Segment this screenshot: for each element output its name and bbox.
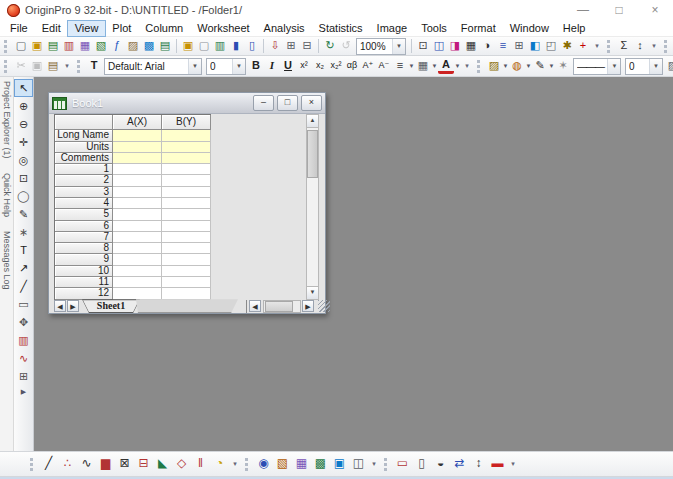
contour-plot-button[interactable]: ▩ (311, 455, 330, 473)
book-minimize-button[interactable]: – (253, 95, 274, 111)
row-header-5[interactable]: 5 (55, 209, 113, 220)
worksheet-cell[interactable] (162, 198, 211, 209)
row-header-4[interactable]: 4 (55, 198, 113, 209)
worksheet-cell[interactable] (113, 130, 162, 141)
scroll-up-button[interactable]: ▲ (307, 115, 318, 128)
script-window-button[interactable]: ▦ (463, 38, 479, 54)
insert-graph-button[interactable]: ▥ (15, 332, 32, 348)
greek-button[interactable]: αβ (344, 58, 360, 74)
corner-header-cell[interactable] (55, 115, 113, 130)
paste-button[interactable]: ▤ (45, 58, 61, 74)
menu-item-edit[interactable]: Edit (35, 21, 68, 36)
italic-button[interactable]: I (264, 58, 280, 74)
box-chart-button[interactable]: ⊟ (134, 455, 153, 473)
vertical-scrollbar[interactable]: ▲ ▼ (306, 114, 319, 300)
row-header-9[interactable]: 9 (55, 254, 113, 265)
row-header-7[interactable]: 7 (55, 232, 113, 243)
row-header-8[interactable]: 8 (55, 243, 113, 254)
messages-log-button[interactable]: ≡ (495, 38, 511, 54)
fill-color-button[interactable]: ▨▼ (486, 58, 509, 74)
row-header-12[interactable]: 12 (55, 288, 113, 299)
resize-grip[interactable] (318, 300, 330, 312)
new-excel-button[interactable]: ▤ (157, 38, 173, 54)
toolbar-overflow-button[interactable]: ▶ (21, 388, 26, 396)
open-button[interactable]: ▣ (180, 38, 196, 54)
toolbar-overflow-button[interactable]: ▾ (369, 460, 379, 468)
toolbar-overflow-button[interactable]: ▾ (62, 62, 72, 70)
worksheet-cell[interactable] (113, 142, 162, 153)
column-header-b-y[interactable]: B(Y) (162, 115, 211, 130)
sheet-tab-scroll-left-button[interactable]: ◀ (54, 300, 66, 312)
scroll-thumb[interactable] (265, 301, 293, 312)
new-notes-button[interactable]: ▨ (125, 38, 141, 54)
toolbar-drag-handle[interactable] (245, 458, 251, 471)
hscroll-left-button[interactable]: ◀ (249, 300, 261, 312)
decrease-font-button[interactable]: A⁻ (376, 58, 392, 74)
worksheet-cell[interactable] (162, 187, 211, 198)
menu-item-plot[interactable]: Plot (105, 21, 138, 36)
scatter-plot-button[interactable]: ∴ (58, 455, 77, 473)
new-matrix-button[interactable]: ▦ (77, 38, 93, 54)
toolbar-drag-handle[interactable] (4, 40, 10, 53)
worksheet-cell[interactable] (113, 232, 162, 243)
worksheet-cell[interactable] (113, 288, 162, 299)
import-multiple-ascii-button[interactable]: ⊟ (299, 38, 315, 54)
new-workbook-button[interactable]: ▤ (45, 38, 61, 54)
spray-button[interactable]: ✶ (555, 58, 571, 74)
rectangle-tool-button[interactable]: ▭ (15, 296, 32, 312)
column-header-a-x[interactable]: A(X) (113, 115, 162, 130)
insert-object-button[interactable]: ⊞ (15, 368, 32, 384)
mask-color-button[interactable]: ▬ (488, 455, 507, 473)
screen-reader-button[interactable]: ✛ (15, 134, 32, 150)
minimize-button[interactable]: — (565, 0, 601, 21)
annotation-tool-button[interactable]: ∗ (15, 224, 32, 240)
text-tool-button[interactable]: T (15, 242, 32, 258)
menu-item-tools[interactable]: Tools (414, 21, 454, 36)
mask-tool-button[interactable]: ◯ (15, 188, 32, 204)
worksheet-cell[interactable] (113, 221, 162, 232)
add-new-columns-button[interactable]: + (575, 38, 591, 54)
superscript-button[interactable]: x² (296, 58, 312, 74)
sheet-tab-scroll-right-button[interactable]: ▶ (67, 300, 79, 312)
mask-toggle-button[interactable]: ◒ (431, 455, 450, 473)
worksheet-cell[interactable] (162, 175, 211, 186)
menu-item-window[interactable]: Window (503, 21, 556, 36)
area-chart-button[interactable]: ◣ (153, 455, 172, 473)
row-header-3[interactable]: 3 (55, 187, 113, 198)
remove-bad-points-button[interactable]: ↕ (469, 455, 488, 473)
open-template-button[interactable]: ▢ (196, 38, 212, 54)
multi-panel-button[interactable]: ◫ (349, 455, 368, 473)
toolbar-drag-handle[interactable] (384, 458, 390, 471)
new-project-button[interactable]: ▢ (13, 38, 29, 54)
save-project-button[interactable]: ▮ (228, 38, 244, 54)
new-graph-button[interactable]: ▥ (61, 38, 77, 54)
menu-item-analysis[interactable]: Analysis (257, 21, 312, 36)
import-ascii-button[interactable]: ⊞ (283, 38, 299, 54)
worksheet-cell[interactable] (162, 153, 211, 164)
font-name-combo[interactable]: Default: Arial▼ (104, 58, 202, 75)
toolbar-drag-handle[interactable] (77, 60, 83, 73)
toolbar-overflow-button[interactable]: ▾ (462, 62, 472, 70)
scroll-thumb[interactable] (307, 130, 318, 178)
toolbar-drag-handle[interactable] (477, 60, 483, 73)
sum-button[interactable]: Σ (616, 38, 632, 54)
pan-tool-button[interactable]: ✥ (15, 314, 32, 330)
menu-item-worksheet[interactable]: Worksheet (190, 21, 256, 36)
alignment-button[interactable]: ≡▼ (392, 58, 415, 74)
line-width-combo[interactable]: 0▼ (625, 58, 663, 75)
folders-view-button[interactable]: ⊞ (511, 38, 527, 54)
worksheet-cell[interactable] (113, 277, 162, 288)
fill-pattern-button[interactable]: ▨▼ (665, 58, 673, 74)
close-button[interactable]: × (637, 0, 673, 21)
font-size-combo[interactable]: 0▼ (206, 58, 246, 75)
vscroll-track[interactable] (307, 128, 318, 286)
row-header-11[interactable]: 11 (55, 277, 113, 288)
image-browser-button[interactable]: ◧ (527, 38, 543, 54)
worksheet-cell[interactable] (162, 277, 211, 288)
unmask-range-button[interactable]: ▯ (412, 455, 431, 473)
stock-chart-button[interactable]: ‖ (191, 455, 210, 473)
worksheet-cell[interactable] (162, 130, 211, 141)
results-log-button[interactable]: ◨ (447, 38, 463, 54)
menu-item-image[interactable]: Image (370, 21, 415, 36)
worksheet-cell[interactable] (113, 153, 162, 164)
